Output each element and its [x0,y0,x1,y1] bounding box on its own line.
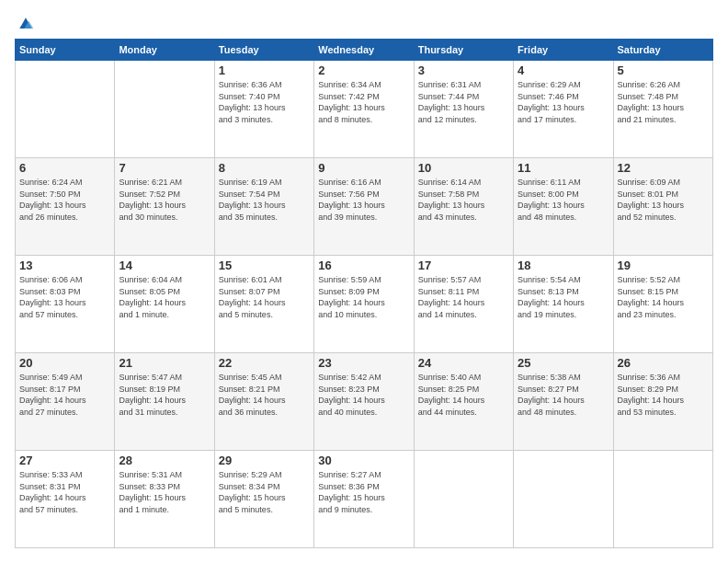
day-info: Sunrise: 5:29 AM Sunset: 8:34 PM Dayligh… [219,469,310,515]
calendar-cell: 26Sunrise: 5:36 AM Sunset: 8:29 PM Dayli… [613,353,712,451]
day-number: 18 [518,259,609,272]
day-number: 10 [418,161,509,175]
day-number: 26 [618,356,709,370]
day-info: Sunrise: 6:16 AM Sunset: 7:56 PM Dayligh… [318,177,409,223]
calendar-cell: 16Sunrise: 5:59 AM Sunset: 8:09 PM Dayli… [314,256,414,353]
calendar-cell: 24Sunrise: 5:40 AM Sunset: 8:25 PM Dayli… [414,353,513,451]
calendar-cell: 23Sunrise: 5:42 AM Sunset: 8:23 PM Dayli… [314,353,414,451]
weekday-header-saturday: Saturday [613,40,712,61]
day-info: Sunrise: 6:29 AM Sunset: 7:46 PM Dayligh… [518,79,609,125]
day-number: 30 [318,454,409,467]
calendar-cell: 29Sunrise: 5:29 AM Sunset: 8:34 PM Dayli… [214,451,313,548]
calendar-cell: 8Sunrise: 6:19 AM Sunset: 7:54 PM Daylig… [214,158,313,256]
day-number: 13 [19,259,110,272]
day-number: 15 [219,259,310,272]
calendar-week-row: 20Sunrise: 5:49 AM Sunset: 8:17 PM Dayli… [16,353,713,451]
day-info: Sunrise: 6:09 AM Sunset: 8:01 PM Dayligh… [618,177,709,223]
day-number: 16 [318,259,409,272]
calendar-cell: 4Sunrise: 6:29 AM Sunset: 7:46 PM Daylig… [514,61,613,158]
day-info: Sunrise: 6:21 AM Sunset: 7:52 PM Dayligh… [119,177,210,223]
calendar-cell [514,451,613,548]
day-number: 7 [119,161,210,175]
calendar-cell: 21Sunrise: 5:47 AM Sunset: 8:19 PM Dayli… [115,353,214,451]
day-info: Sunrise: 6:34 AM Sunset: 7:42 PM Dayligh… [318,79,409,125]
day-number: 20 [19,356,110,370]
day-number: 14 [119,259,210,272]
calendar-table: SundayMondayTuesdayWednesdayThursdayFrid… [15,39,713,548]
calendar-cell: 13Sunrise: 6:06 AM Sunset: 8:03 PM Dayli… [16,256,115,353]
logo [15,15,35,29]
day-info: Sunrise: 5:31 AM Sunset: 8:33 PM Dayligh… [119,469,210,515]
day-number: 21 [119,356,210,370]
day-info: Sunrise: 6:01 AM Sunset: 8:07 PM Dayligh… [219,274,310,320]
page-header [15,15,713,29]
day-number: 1 [219,63,310,77]
day-info: Sunrise: 6:36 AM Sunset: 7:40 PM Dayligh… [219,79,310,125]
day-number: 29 [219,454,310,467]
calendar-cell: 30Sunrise: 5:27 AM Sunset: 8:36 PM Dayli… [314,451,414,548]
calendar-cell: 15Sunrise: 6:01 AM Sunset: 8:07 PM Dayli… [214,256,313,353]
day-info: Sunrise: 6:19 AM Sunset: 7:54 PM Dayligh… [219,177,310,223]
day-info: Sunrise: 5:38 AM Sunset: 8:27 PM Dayligh… [518,372,609,418]
calendar-cell: 2Sunrise: 6:34 AM Sunset: 7:42 PM Daylig… [314,61,414,158]
day-number: 27 [19,454,110,467]
day-number: 3 [418,63,509,77]
calendar-cell: 5Sunrise: 6:26 AM Sunset: 7:48 PM Daylig… [613,61,712,158]
calendar-cell: 27Sunrise: 5:33 AM Sunset: 8:31 PM Dayli… [16,451,115,548]
calendar-week-row: 6Sunrise: 6:24 AM Sunset: 7:50 PM Daylig… [16,158,713,256]
day-info: Sunrise: 6:11 AM Sunset: 8:00 PM Dayligh… [518,177,609,223]
day-number: 5 [618,63,709,77]
day-info: Sunrise: 6:24 AM Sunset: 7:50 PM Dayligh… [19,177,110,223]
day-number: 8 [219,161,310,175]
calendar-cell: 25Sunrise: 5:38 AM Sunset: 8:27 PM Dayli… [514,353,613,451]
calendar-week-row: 13Sunrise: 6:06 AM Sunset: 8:03 PM Dayli… [16,256,713,353]
calendar-cell: 22Sunrise: 5:45 AM Sunset: 8:21 PM Dayli… [214,353,313,451]
page-container: SundayMondayTuesdayWednesdayThursdayFrid… [0,0,728,563]
logo-icon [17,15,35,33]
calendar-cell [613,451,712,548]
day-info: Sunrise: 5:57 AM Sunset: 8:11 PM Dayligh… [418,274,509,320]
day-info: Sunrise: 6:31 AM Sunset: 7:44 PM Dayligh… [418,79,509,125]
day-number: 12 [618,161,709,175]
day-number: 19 [618,259,709,272]
calendar-cell: 11Sunrise: 6:11 AM Sunset: 8:00 PM Dayli… [514,158,613,256]
day-info: Sunrise: 5:36 AM Sunset: 8:29 PM Dayligh… [618,372,709,418]
day-info: Sunrise: 5:54 AM Sunset: 8:13 PM Dayligh… [518,274,609,320]
day-info: Sunrise: 6:14 AM Sunset: 7:58 PM Dayligh… [418,177,509,223]
calendar-cell: 12Sunrise: 6:09 AM Sunset: 8:01 PM Dayli… [613,158,712,256]
calendar-week-row: 27Sunrise: 5:33 AM Sunset: 8:31 PM Dayli… [16,451,713,548]
calendar-cell: 6Sunrise: 6:24 AM Sunset: 7:50 PM Daylig… [16,158,115,256]
day-info: Sunrise: 6:04 AM Sunset: 8:05 PM Dayligh… [119,274,210,320]
calendar-cell: 19Sunrise: 5:52 AM Sunset: 8:15 PM Dayli… [613,256,712,353]
calendar-cell: 18Sunrise: 5:54 AM Sunset: 8:13 PM Dayli… [514,256,613,353]
calendar-cell: 7Sunrise: 6:21 AM Sunset: 7:52 PM Daylig… [115,158,214,256]
day-info: Sunrise: 5:40 AM Sunset: 8:25 PM Dayligh… [418,372,509,418]
calendar-cell: 17Sunrise: 5:57 AM Sunset: 8:11 PM Dayli… [414,256,513,353]
day-number: 23 [318,356,409,370]
day-number: 24 [418,356,509,370]
day-number: 25 [518,356,609,370]
day-info: Sunrise: 5:47 AM Sunset: 8:19 PM Dayligh… [119,372,210,418]
weekday-header-thursday: Thursday [414,40,513,61]
weekday-header-sunday: Sunday [16,40,115,61]
day-number: 2 [318,63,409,77]
calendar-week-row: 1Sunrise: 6:36 AM Sunset: 7:40 PM Daylig… [16,61,713,158]
day-number: 9 [318,161,409,175]
weekday-header-friday: Friday [514,40,613,61]
weekday-header-monday: Monday [115,40,214,61]
day-number: 4 [518,63,609,77]
day-info: Sunrise: 6:06 AM Sunset: 8:03 PM Dayligh… [19,274,110,320]
day-info: Sunrise: 5:33 AM Sunset: 8:31 PM Dayligh… [19,469,110,515]
calendar-cell [16,61,115,158]
day-number: 11 [518,161,609,175]
day-info: Sunrise: 5:42 AM Sunset: 8:23 PM Dayligh… [318,372,409,418]
calendar-cell: 1Sunrise: 6:36 AM Sunset: 7:40 PM Daylig… [214,61,313,158]
day-number: 22 [219,356,310,370]
calendar-body: 1Sunrise: 6:36 AM Sunset: 7:40 PM Daylig… [16,61,713,548]
day-info: Sunrise: 5:45 AM Sunset: 8:21 PM Dayligh… [219,372,310,418]
day-number: 28 [119,454,210,467]
calendar-cell: 28Sunrise: 5:31 AM Sunset: 8:33 PM Dayli… [115,451,214,548]
day-info: Sunrise: 6:26 AM Sunset: 7:48 PM Dayligh… [618,79,709,125]
day-number: 6 [19,161,110,175]
weekday-header-wednesday: Wednesday [314,40,414,61]
